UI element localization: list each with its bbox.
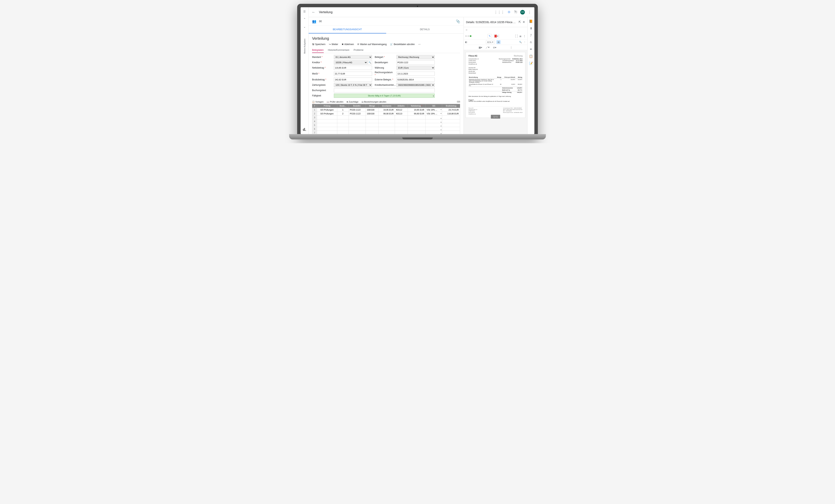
fetch-labels-button[interactable]: 🗂 Bezeichnungen abrufen xyxy=(362,101,386,103)
col-menge: Menge xyxy=(366,104,379,108)
viewer-menu-icon[interactable]: ⋮ xyxy=(524,41,526,43)
more-actions-icon[interactable]: ⋯ xyxy=(418,43,421,46)
third-more-icon[interactable]: ⋮ xyxy=(510,46,512,49)
input-buchungstext[interactable] xyxy=(334,88,435,93)
fullscreen-icon[interactable]: ⛶ xyxy=(515,35,518,38)
label-kreditor: Kreditor xyxy=(312,61,331,64)
subtab-history[interactable]: Historie/Kommentare xyxy=(328,47,349,53)
doc-recipient: docures AGKieler Kamp 9924145 KielDeutsc… xyxy=(468,67,523,74)
input-zahlungsbed[interactable]: 120 | Skonto 10 T, 5 % | Frist 30 T xyxy=(334,83,372,87)
sidebar-toggle-icon[interactable]: ◧ xyxy=(465,41,467,43)
input-externe-belegnr[interactable] xyxy=(396,78,435,82)
due-banner: Skonto fällig in 6 Tagen (7,13 EUR) ◂ xyxy=(334,94,435,98)
fetch-po-button[interactable]: 🛒 Bestelldaten abrufen xyxy=(390,43,415,46)
doc-question-note: Fragen? Nehmen Sie schriftlich unter inf… xyxy=(468,99,523,102)
avatar[interactable]: CH xyxy=(520,10,525,15)
more-icon[interactable]: ⋮ xyxy=(528,10,531,14)
reject-button[interactable]: ✖ Ablehnen xyxy=(342,43,354,46)
share-icon[interactable]: ⤴ xyxy=(530,34,532,37)
label-mandant: Mandant xyxy=(312,56,331,58)
kreditor-search-button[interactable]: 🔍 xyxy=(368,60,372,64)
stamp-icon[interactable]: ▦▾ xyxy=(478,46,482,49)
download-icon[interactable]: ⬇ xyxy=(530,26,532,30)
doc-meta: Rechnungsnummer: 5159ZE33L-0014 Ausstell… xyxy=(499,58,523,65)
open-external-icon[interactable]: ⇱ xyxy=(518,20,521,24)
input-kreditor[interactable]: 10235 | Filoca AG xyxy=(334,60,367,64)
wait-button[interactable]: ⟳ Warten auf Wareneingang xyxy=(357,43,387,46)
attachment-icon[interactable]: 📎 xyxy=(456,19,460,23)
input-kreditorbank[interactable]: DE02300209000106531065 | DE02 3002 09 xyxy=(396,83,435,87)
mail-icon[interactable]: ✉ xyxy=(319,19,322,23)
table-row-empty[interactable]: 4 xyxy=(312,119,460,123)
gift-icon[interactable]: ⛭ xyxy=(507,10,511,14)
label-buchungstext: Buchungstext xyxy=(312,89,331,92)
chevron-down-icon[interactable]: ⌄ xyxy=(304,25,306,28)
zoom-control[interactable]: 81% ▾ xyxy=(486,40,495,44)
chevron-up-icon[interactable]: ⌃ xyxy=(304,18,306,21)
continue-button[interactable]: ↪ Weiter xyxy=(329,43,338,46)
book-icon[interactable]: 📙 xyxy=(529,19,533,23)
due-expand-icon[interactable]: ◂ xyxy=(433,95,434,97)
col-bruttobetrag: Bruttobetrag xyxy=(442,104,460,108)
col-bestellnr: Bestellnr. xyxy=(349,104,366,108)
table-row[interactable]: 10/3 Prüfungen1PO20-1122100/10019,95 EUR… xyxy=(312,108,460,112)
apps-icon[interactable]: ⋮⋮⋮ xyxy=(494,10,504,14)
page-header-title: Verteilung xyxy=(319,11,332,14)
doc-type: Rechnung xyxy=(514,55,523,57)
edit-panel: 👥 ✉ 📎 BEARBEITUNGSANSICHT DETAILS Vertei… xyxy=(309,17,464,134)
top-bar: ← Verteilung ⋮⋮⋮ ⛭ ?⃝ CH ⋮ xyxy=(309,7,534,17)
input-bruttobetrag[interactable] xyxy=(334,78,372,82)
doc-line-table: Beschreibung Menge Preis pro Einheit Bet… xyxy=(468,76,523,94)
input-waehrung[interactable]: EUR | Euro xyxy=(396,66,435,70)
input-mwst[interactable] xyxy=(334,72,372,76)
hamburger-icon[interactable]: ☰ xyxy=(303,10,306,13)
logo: d. xyxy=(303,127,306,132)
table-row[interactable]: 20/3 Prüfungen2PO20-1122100/10099,90 EUR… xyxy=(312,112,460,116)
subtab-docdata[interactable]: Belegdaten xyxy=(312,47,324,53)
viewer-more-icon[interactable]: ⋮ xyxy=(523,35,526,38)
approve-icon[interactable]: ⊘▾ xyxy=(493,46,496,49)
fetch-checker-button[interactable]: 📖 Prüfer abrufen xyxy=(327,101,343,103)
form-grid: Mandant 01 | docures AG Belegart Rechnun… xyxy=(312,55,460,98)
save-button[interactable]: 🖫 Speichern xyxy=(312,43,325,46)
templates-button[interactable]: 📋 Vorlagen xyxy=(312,101,324,103)
close-icon[interactable]: ✕ xyxy=(523,20,525,24)
label-waehrung: Währung xyxy=(375,66,394,69)
person-assign-icon[interactable]: 👥 xyxy=(312,19,316,23)
col-beste: Beste... xyxy=(337,104,349,108)
doc-sender-address: Schadestraße 1437685 AhlenDeutschlandinf… xyxy=(468,58,478,65)
subtab-problems[interactable]: Probleme xyxy=(353,47,363,53)
help-icon[interactable]: ?⃝ xyxy=(514,10,517,14)
back-icon[interactable]: ← xyxy=(312,10,315,14)
workflow-icon[interactable]: ⎋ xyxy=(530,40,532,44)
draw-icon[interactable]: ／▾ xyxy=(486,46,489,49)
edit-doc-icon[interactable]: ✎ xyxy=(487,34,492,38)
surcharges-button[interactable]: ⊕ Zuschläge xyxy=(346,101,359,103)
table-row-empty[interactable]: 3 xyxy=(312,116,460,119)
label-bruttobetrag: Bruttobetrag xyxy=(312,78,331,81)
table-row-empty[interactable]: 6 xyxy=(312,127,460,131)
pdf-icon[interactable]: ▾ xyxy=(493,34,499,38)
input-belegart[interactable]: Rechnung | Rechnung xyxy=(396,55,435,59)
annotation-icon[interactable]: ▤ xyxy=(496,40,501,44)
search-icon[interactable]: 🔍 xyxy=(519,41,522,43)
input-mandant[interactable]: 01 | docures AG xyxy=(334,55,372,59)
details-hamburger-icon[interactable]: ≡ xyxy=(464,27,527,33)
action-bar: 🖫 Speichern ↪ Weiter ✖ Ablehnen ⟳ Warten… xyxy=(312,43,460,46)
input-rechnungsdatum[interactable] xyxy=(396,72,435,76)
tab-details[interactable]: DETAILS xyxy=(386,26,464,34)
clipboard-icon[interactable]: 📋 xyxy=(529,55,533,58)
table-row-empty[interactable]: 5 xyxy=(312,123,460,127)
list-icon[interactable]: ≣ xyxy=(519,35,522,38)
input-bestellungen[interactable] xyxy=(396,60,435,64)
label-nettobetrag: Nettobetrag xyxy=(312,66,331,69)
label-kreditorbank: Kreditorbankverbin... xyxy=(375,84,394,86)
table-row-empty[interactable]: 7 xyxy=(312,131,460,134)
input-nettobetrag[interactable] xyxy=(334,66,372,70)
col-artikelnr: Artikelnr. xyxy=(395,104,408,108)
keyboard-icon[interactable]: ⌨ xyxy=(457,100,460,103)
sign-icon[interactable]: ✒ xyxy=(530,47,532,51)
doc-payment-note: Bitte überweisen Sie den Betrag bis spät… xyxy=(468,96,523,97)
clipboard-check-icon[interactable]: 📝 xyxy=(529,61,533,65)
tab-edit-view[interactable]: BEARBEITUNGSANSICHT xyxy=(309,26,386,34)
